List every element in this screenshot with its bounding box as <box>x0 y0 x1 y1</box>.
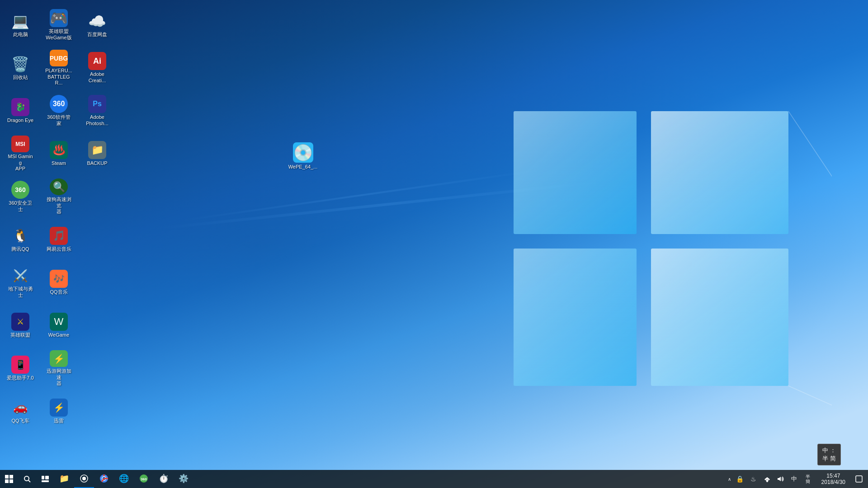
taskbar-pinned-apps: 📁 🌐 360 <box>54 470 193 488</box>
tray-steam[interactable]: ♨ <box>747 470 760 488</box>
icon-pc[interactable]: 💻 此电脑 <box>5 5 36 45</box>
ime-popup-row1: 中 ： <box>822 446 836 455</box>
windows-logo <box>470 68 832 429</box>
taskbar-pin-cortana[interactable] <box>74 470 94 488</box>
notification-button[interactable] <box>850 470 868 488</box>
icon-360-security-label: 360安全卫士 <box>7 200 34 212</box>
icon-xunlei-img: ⚡ <box>50 399 68 417</box>
icon-xunlei[interactable]: ⚡ 迅雷 <box>43 391 75 432</box>
tray-expand-button[interactable]: ∧ <box>726 477 733 482</box>
icon-pc-label: 此电脑 <box>13 32 28 38</box>
icon-empty3 <box>81 262 113 303</box>
taskbar-clock[interactable]: 15:47 2018/4/30 <box>817 470 850 488</box>
taskbar-pin-settings[interactable]: ⚙️ <box>174 470 193 488</box>
file-icon-wepe-img: 💿 <box>293 142 313 163</box>
taskbar-pin-360[interactable]: 360 <box>134 470 154 488</box>
svg-rect-2 <box>514 249 637 386</box>
icon-pc-img: 💻 <box>11 12 29 30</box>
icon-recycle-label: 回收站 <box>13 75 28 80</box>
taskbar-pin-ie[interactable]: 🌐 <box>114 470 134 488</box>
icon-qq-car[interactable]: 🚗 QQ飞车 <box>5 391 36 432</box>
icon-dragon-label: Dragon Eye <box>7 117 33 123</box>
icon-360-manager-label: 360软件管家 <box>45 114 72 126</box>
icon-qq-music-img: 🎶 <box>50 270 68 288</box>
icon-adobe-ps[interactable]: Ps AdobePhotosh... <box>81 90 113 131</box>
icon-empty1 <box>81 176 113 217</box>
ime-cn-text: 中 ： <box>822 446 836 455</box>
icon-wyy[interactable]: 🎵 网易云音乐 <box>43 219 75 260</box>
file-icon-wepe[interactable]: 💿 WePE_64_... <box>285 140 321 172</box>
icon-qq-img: 🐧 <box>11 227 29 245</box>
taskbar: 📁 🌐 360 <box>0 470 868 488</box>
icon-dno[interactable]: ⚔️ 地下城与勇士 <box>5 262 36 303</box>
system-tray: ∧ 🔒 ♨ 中 半 簡 <box>723 470 817 488</box>
icon-lol2[interactable]: ⚔ 英雄联盟 <box>5 305 36 346</box>
svg-point-10 <box>24 476 29 481</box>
icon-empty6 <box>81 391 113 432</box>
svg-rect-9 <box>9 479 13 483</box>
icon-xunlei-label: 迅雷 <box>54 418 64 424</box>
icon-adobe-create[interactable]: Ai AdobeCreati... <box>81 47 113 88</box>
icon-backup-label: BACKUP <box>87 160 107 166</box>
icon-empty4 <box>81 305 113 346</box>
taskbar-pin-explorer[interactable]: 📁 <box>54 470 74 488</box>
svg-rect-8 <box>5 479 9 483</box>
icon-baidu-disk[interactable]: ☁️ 百度网盘 <box>81 5 113 45</box>
icon-msi-label: MSI GamingAPP <box>7 154 34 172</box>
icon-qq-music[interactable]: 🎶 QQ音乐 <box>43 262 75 303</box>
svg-text:360: 360 <box>141 477 147 481</box>
icon-empty2 <box>81 219 113 260</box>
icon-lol-wegame[interactable]: 🎮 英雄联盟WeGame版 <box>43 5 75 45</box>
tray-ime-cn[interactable]: 中 <box>788 470 801 488</box>
ime-popup-row2: 半 简 <box>822 455 836 463</box>
tray-volume[interactable] <box>774 470 788 488</box>
desktop-icons: 💻 此电脑 🎮 英雄联盟WeGame版 ☁️ 百度网盘 🗑️ 回收站 PUBG … <box>0 0 118 436</box>
start-button[interactable] <box>0 470 18 488</box>
icon-pubg[interactable]: PUBG PLAYERU...BATTLEGR... <box>43 47 75 88</box>
icon-xunlei-game-label: 迅游网游加速器 <box>45 368 72 386</box>
tray-network[interactable] <box>760 470 774 488</box>
icon-qq-music-label: QQ音乐 <box>50 289 67 295</box>
icon-qq-car-img: 🚗 <box>11 399 29 417</box>
taskbar-pin-stopwatch[interactable]: ⏱️ <box>154 470 174 488</box>
icon-baidu-label: 百度网盘 <box>87 32 107 38</box>
ime-popup: 中 ： 半 简 <box>817 444 841 465</box>
icon-qq[interactable]: 🐧 腾讯QQ <box>5 219 36 260</box>
icon-recycle[interactable]: 🗑️ 回收站 <box>5 47 36 88</box>
icon-dno-label: 地下城与勇士 <box>7 286 34 298</box>
svg-line-5 <box>788 386 832 429</box>
tray-ime-secondary[interactable]: 半 簡 <box>801 470 815 488</box>
icon-wegame[interactable]: W WeGame <box>43 305 75 346</box>
icon-dragon-eye[interactable]: 🐉 Dragon Eye <box>5 90 36 131</box>
svg-rect-14 <box>42 480 49 482</box>
taskview-button[interactable] <box>36 470 54 488</box>
icon-pubg-label: PLAYERU...BATTLEGR... <box>45 68 72 86</box>
taskbar-pin-chrome[interactable] <box>94 470 114 488</box>
tray-ime-simple: 簡 <box>806 479 810 484</box>
icon-360-manager[interactable]: 360 360软件管家 <box>43 90 75 131</box>
icon-sogou[interactable]: 🔍 搜狗高速浏览器 <box>43 176 75 217</box>
taskbar-search-button[interactable] <box>18 470 36 488</box>
icon-wyy-label: 网易云音乐 <box>47 246 71 252</box>
icon-aisi[interactable]: 📱 爱思助手7.0 <box>5 348 36 389</box>
icon-lol-img: 🎮 <box>50 9 68 27</box>
icon-lol-label: 英雄联盟WeGame版 <box>46 28 71 40</box>
icon-steam[interactable]: ♨️ Steam <box>43 133 75 174</box>
svg-rect-13 <box>45 476 49 479</box>
icon-msi[interactable]: MSI MSI GamingAPP <box>5 133 36 174</box>
icon-steam-img: ♨️ <box>50 141 68 159</box>
clock-time: 15:47 <box>826 473 840 479</box>
icon-wegame-label: WeGame <box>48 332 69 338</box>
icon-xunlei-game[interactable]: ⚡ 迅游网游加速器 <box>43 348 75 389</box>
clock-date: 2018/4/30 <box>821 479 845 485</box>
icon-backup[interactable]: 📁 BACKUP <box>81 133 113 174</box>
svg-rect-23 <box>856 476 862 482</box>
icon-lol2-label: 英雄联盟 <box>10 332 30 338</box>
icon-sogou-img: 🔍 <box>50 178 68 195</box>
icon-adobe-create-label: AdobeCreati... <box>89 71 106 83</box>
icon-sogou-label: 搜狗高速浏览器 <box>45 197 72 215</box>
icon-360-security[interactable]: 360 360安全卫士 <box>5 176 36 217</box>
icon-dragon-img: 🐉 <box>11 98 29 116</box>
tray-security[interactable]: 🔒 <box>733 470 747 488</box>
svg-rect-3 <box>651 249 788 386</box>
